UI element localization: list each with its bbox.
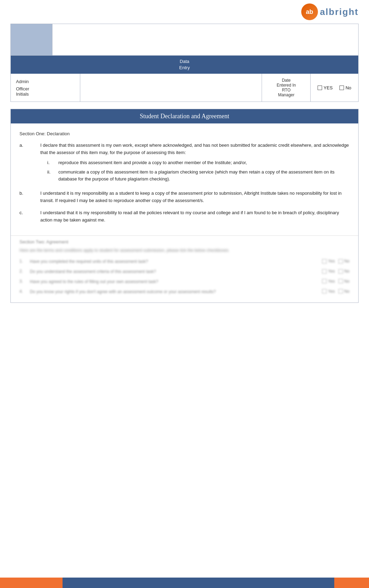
row3-num: 3.: [19, 279, 30, 284]
para-a-text: I declare that this assessment is my own…: [40, 142, 350, 185]
yes-checkbox-label[interactable]: YES: [318, 85, 333, 90]
footer-orange-right: [334, 578, 369, 588]
para-c: c. I understand that it is my responsibi…: [19, 209, 350, 224]
row2-options: Yes No: [322, 269, 350, 274]
row4-options: Yes No: [322, 289, 350, 294]
blurred-intro: Here are the terms and conditions apply …: [19, 247, 350, 253]
row2-text: Do you understand the assessment criteri…: [30, 269, 315, 275]
para-b: b. I understand it is my responsibility …: [19, 190, 350, 204]
sub-item-i: i. reproduce this assessment item and pr…: [47, 159, 350, 167]
admin-cell: Admin Officer Initials: [11, 74, 80, 102]
blurred-section: Section Two: Agreement Here are the term…: [11, 235, 358, 302]
footer-orange-left: [0, 578, 63, 588]
row1-options: Yes No: [322, 259, 350, 264]
no-checkbox-label[interactable]: No: [339, 85, 351, 90]
row4-no: No: [338, 289, 350, 294]
no-checkbox[interactable]: [339, 86, 344, 90]
blurred-row-4: 4. Do you know your rights if you don't …: [19, 289, 350, 295]
row4-num: 4.: [19, 289, 30, 294]
footer-bar: [0, 578, 369, 588]
sub-item-ii: ii. communicate a copy of this assessmen…: [47, 169, 350, 183]
page-header: ab albright: [0, 0, 369, 24]
row1-no: No: [338, 259, 350, 264]
date-entered-label: Date Entered In RTO Manager: [277, 78, 296, 97]
declaration-body: Section One: Declaration a. I declare th…: [11, 123, 358, 235]
section-two-title: Section Two: Agreement: [19, 239, 350, 244]
bottom-spacer: [10, 310, 359, 331]
row3-no: No: [338, 279, 350, 284]
sub-ii-label: ii.: [47, 169, 56, 183]
date-cell: Date Entered In RTO Manager: [262, 74, 311, 102]
row1-text: Have you completed the required units of…: [30, 259, 315, 265]
data-entry-label: Data Entry: [179, 59, 190, 70]
declaration-title: Student Declaration and Agreement: [140, 113, 229, 120]
declaration-section: Student Declaration and Agreement Sectio…: [10, 109, 359, 303]
data-entry-header: Data Entry: [11, 56, 358, 74]
para-a: a. I declare that this assessment is my …: [19, 142, 350, 185]
row4-text: Do you know your rights if you don't agr…: [30, 289, 315, 295]
row2-yes: Yes: [322, 269, 335, 274]
row1-num: 1.: [19, 259, 30, 264]
admin-input-area[interactable]: [80, 74, 262, 102]
sub-ii-text: communicate a copy of this assessment it…: [58, 169, 350, 183]
logo-text: albright: [320, 6, 359, 17]
para-b-text: I understand it is my responsibility as …: [40, 190, 350, 204]
row3-yes: Yes: [322, 279, 335, 284]
row4-yes: Yes: [322, 289, 335, 294]
logo-circle-text: ab: [306, 8, 313, 16]
row1-yes: Yes: [322, 259, 335, 264]
logo-circle: ab: [301, 3, 318, 20]
row2-num: 2.: [19, 269, 30, 274]
sub-i-text: reproduce this assessment item and provi…: [58, 159, 247, 167]
row3-text: Have you agreed to the rules of filling …: [30, 279, 315, 285]
para-c-text: I understand that it is my responsibilit…: [40, 209, 350, 224]
para-a-label: a.: [19, 142, 33, 185]
admin-label: Admin: [16, 79, 75, 84]
blurred-row-2: 2. Do you understand the assessment crit…: [19, 269, 350, 275]
row3-options: Yes No: [322, 279, 350, 284]
main-content: Data Entry Admin Officer Initials Date E…: [0, 24, 369, 341]
top-info-area: [52, 24, 358, 55]
top-section: [11, 24, 358, 56]
blurred-row-3: 3. Have you agreed to the rules of filli…: [19, 279, 350, 285]
declaration-header: Student Declaration and Agreement: [11, 109, 358, 123]
photo-box: [11, 24, 52, 55]
no-label: No: [345, 85, 351, 90]
yes-label: YES: [323, 85, 333, 90]
officer-initials-label: Officer Initials: [16, 86, 75, 97]
section-one-title: Section One: Declaration: [19, 130, 350, 138]
yes-no-cell: YES No: [311, 74, 358, 102]
admin-row: Admin Officer Initials Date Entered In R…: [11, 74, 358, 102]
sub-i-label: i.: [47, 159, 56, 167]
form-container: Data Entry Admin Officer Initials Date E…: [10, 24, 359, 102]
logo: ab albright: [301, 3, 359, 20]
sub-list: i. reproduce this assessment item and pr…: [40, 156, 350, 183]
para-b-label: b.: [19, 190, 33, 204]
yes-checkbox[interactable]: [318, 86, 322, 90]
footer-blue: [63, 578, 334, 588]
para-c-label: c.: [19, 209, 33, 224]
blurred-row-1: 1. Have you completed the required units…: [19, 259, 350, 265]
row2-no: No: [338, 269, 350, 274]
